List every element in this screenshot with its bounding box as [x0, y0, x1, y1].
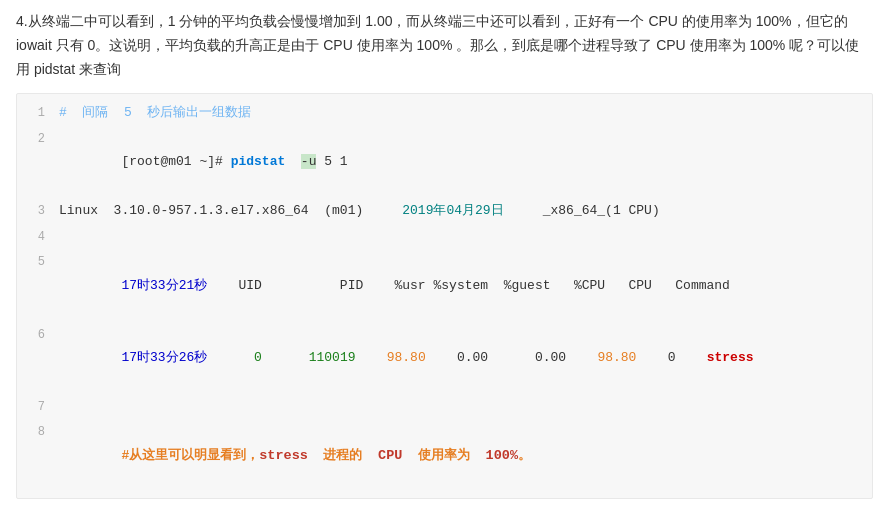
prompt: [root@m01 ~]# — [121, 154, 230, 169]
line-number-6: 6 — [17, 325, 45, 347]
line-number-4: 4 — [17, 227, 45, 249]
line-number-8: 8 — [17, 422, 45, 444]
time-data: 17时33分26秒 — [121, 350, 207, 365]
line-4-content — [59, 225, 862, 248]
line-number-7: 7 — [17, 397, 45, 419]
pidstat-cmd: pidstat — [231, 154, 286, 169]
line-5-content: 17时33分21秒 UID PID %usr %system %guest %C… — [59, 250, 862, 320]
line-8-content: #从这里可以明显看到，stress 进程的 CPU 使用率为 100%。 — [59, 420, 862, 491]
code-block: 1 # 间隔 5 秒后输出一组数据 2 [root@m01 ~]# pidsta… — [16, 93, 873, 499]
system-val: 0.00 — [457, 350, 488, 365]
line-number-1: 1 — [17, 103, 45, 125]
note-text: #从这里可以明显看到，stress 进程的 CPU 使用率为 100%。 — [121, 448, 531, 463]
code-line-1: 1 # 间隔 5 秒后输出一组数据 — [17, 100, 872, 126]
line-3-content: Linux 3.10.0-957.1.3.el7.x86_64 (m01) 20… — [59, 199, 862, 222]
code-line-2: 2 [root@m01 ~]# pidstat -u 5 1 — [17, 126, 872, 198]
code-line-6: 6 17时33分26秒 0 110019 98.80 0.00 0.00 98.… — [17, 322, 872, 394]
line-number-2: 2 — [17, 129, 45, 151]
cmd-val: stress — [707, 350, 754, 365]
cpu-pct-val: 98.80 — [597, 350, 636, 365]
pidstat-args: -u 5 1 — [285, 154, 347, 169]
pid-val: 110019 — [309, 350, 356, 365]
time-header: 17时33分21秒 — [121, 278, 207, 293]
line-6-content: 17时33分26秒 0 110019 98.80 0.00 0.00 98.80… — [59, 323, 862, 393]
uid-val: 0 — [254, 350, 262, 365]
code-line-7: 7 — [17, 394, 872, 420]
line-number-5: 5 — [17, 252, 45, 274]
code-line-4: 4 — [17, 224, 872, 250]
code-line-5: 5 17时33分21秒 UID PID %usr %system %guest … — [17, 249, 872, 321]
intro-text: 4.从终端二中可以看到，1 分钟的平均负载会慢慢增加到 1.00，而从终端三中还… — [16, 10, 873, 81]
line-number-3: 3 — [17, 201, 45, 223]
code-line-8: 8 #从这里可以明显看到，stress 进程的 CPU 使用率为 100%。 — [17, 419, 872, 492]
usr-val: 98.80 — [387, 350, 426, 365]
main-container: 4.从终端二中可以看到，1 分钟的平均负载会慢慢增加到 1.00，而从终端三中还… — [0, 0, 889, 512]
line-1-content: # 间隔 5 秒后输出一组数据 — [59, 101, 862, 124]
line-2-content: [root@m01 ~]# pidstat -u 5 1 — [59, 127, 862, 197]
cpu-num-val: 0 — [668, 350, 676, 365]
line-7-content — [59, 395, 862, 418]
guest-val: 0.00 — [535, 350, 566, 365]
code-line-3: 3 Linux 3.10.0-957.1.3.el7.x86_64 (m01) … — [17, 198, 872, 224]
